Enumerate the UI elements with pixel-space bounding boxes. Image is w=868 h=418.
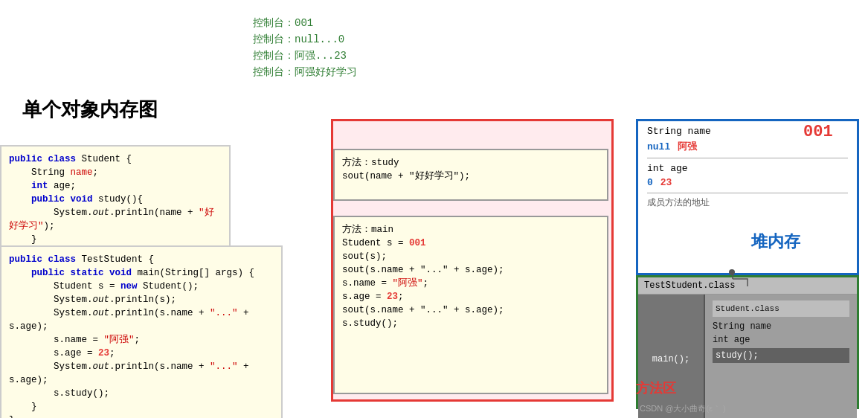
method-main-line1: 方法：main bbox=[342, 223, 599, 237]
method-main-line5: s.name = "阿强"; bbox=[342, 277, 599, 290]
code1-line6: } bbox=[9, 233, 222, 246]
code2-line9: s.study(); bbox=[9, 387, 274, 400]
console-line-4: 控制台：阿强好好学习 bbox=[253, 64, 357, 80]
code2-line3: Student s = new Student(); bbox=[9, 280, 274, 293]
code2-line8: System.out.println(s.name + "..." + s.ag… bbox=[9, 360, 274, 387]
code2-line10: } bbox=[9, 400, 274, 414]
method-main-line7: sout(s.name + "..." + s.age); bbox=[342, 303, 599, 317]
method-main-line2: Student s = 001 bbox=[342, 237, 599, 250]
console-line-2: 控制台：null...0 bbox=[253, 31, 357, 48]
code2-line1: public class TestStudent { bbox=[9, 253, 274, 266]
code-teststudent: public class TestStudent { public static… bbox=[0, 245, 283, 418]
page: 单个对象内存图 控制台：001 控制台：null...0 控制台：阿强...23… bbox=[0, 0, 868, 418]
heap-method-addr: 成员方法的地址 bbox=[638, 193, 857, 210]
method-main-line4: sout(s.name + "..." + s.age); bbox=[342, 263, 599, 277]
code2-line7: s.age = 23; bbox=[9, 347, 274, 360]
method-main-line3: sout(s); bbox=[342, 250, 599, 263]
heap-id: 001 bbox=[803, 123, 833, 141]
student-class-label: Student.class bbox=[713, 300, 849, 317]
code1-line3: int age; bbox=[9, 179, 222, 193]
code1-line2: String name; bbox=[9, 166, 222, 179]
ma-main-method: main(); bbox=[638, 295, 705, 418]
heap-age-values: 0 23 bbox=[638, 176, 857, 193]
code1-line5: System.out.println(name + "好好学习"); bbox=[9, 206, 222, 233]
watermark: CSDN @大小曲奇(ε｀ ) bbox=[640, 403, 726, 414]
heap-label: 堆内存 bbox=[751, 231, 800, 253]
study-method-label: study(); bbox=[713, 348, 849, 363]
code2-line5: System.out.println(s.name + "..." + s.ag… bbox=[9, 306, 274, 333]
method-study-box: 方法：study sout(name + "好好学习"); bbox=[333, 149, 608, 201]
code2-line11: } bbox=[9, 414, 274, 418]
page-title: 单个对象内存图 bbox=[22, 97, 158, 123]
console-line-1: 控制台：001 bbox=[253, 15, 357, 31]
method-main-box: 方法：main Student s = 001 sout(s); sout(s.… bbox=[333, 216, 608, 394]
connector-dot bbox=[729, 269, 735, 275]
code1-line1: public class Student { bbox=[9, 152, 222, 166]
code2-line4: System.out.println(s); bbox=[9, 293, 274, 306]
method-study-line2: sout(name + "好好学习"); bbox=[342, 170, 599, 183]
method-main-line6: s.age = 23; bbox=[342, 290, 599, 303]
heap-area: String name null 阿强 int age 0 23 成员方法的地址 bbox=[636, 119, 859, 275]
method-study-line1: 方法：study bbox=[342, 156, 599, 170]
console-line-3: 控制台：阿强...23 bbox=[253, 48, 357, 64]
code2-line2: public static void main(String[] args) { bbox=[9, 266, 274, 280]
code2-line6: s.name = "阿强"; bbox=[9, 333, 274, 347]
ma-student-class: Student.class String name int age study(… bbox=[705, 295, 857, 418]
method-area-label: 方法区 bbox=[636, 379, 676, 397]
method-area-content: main(); Student.class String name int ag… bbox=[638, 295, 857, 418]
console-output: 控制台：001 控制台：null...0 控制台：阿强...23 控制台：阿强好… bbox=[253, 15, 357, 80]
method-area-title: TestStudent.class bbox=[638, 277, 857, 295]
code1-line4: public void study(){ bbox=[9, 193, 222, 206]
heap-int-age: int age bbox=[638, 158, 857, 176]
method-main-line8: s.study(); bbox=[342, 317, 599, 330]
